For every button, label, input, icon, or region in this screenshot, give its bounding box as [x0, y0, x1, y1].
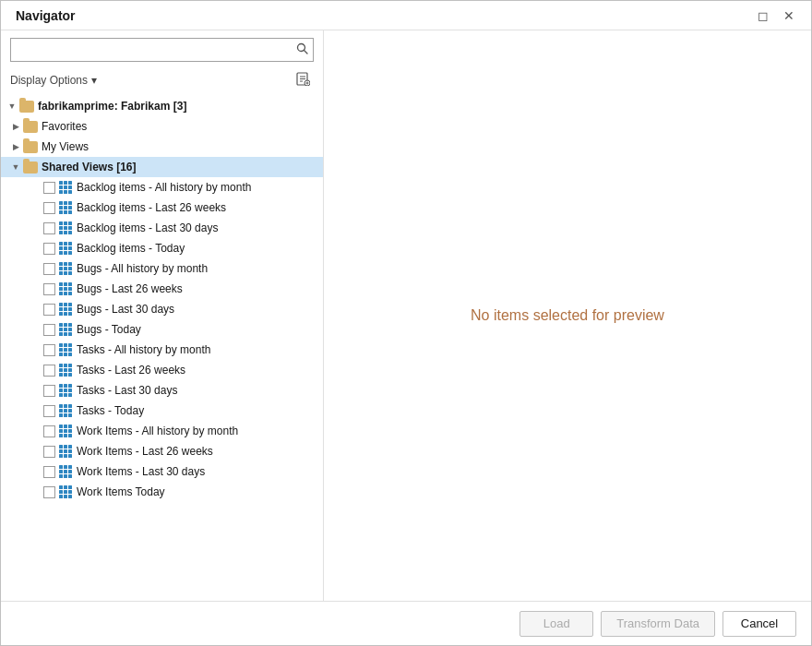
list-item[interactable]: Work Items - Last 26 weeks — [1, 441, 323, 461]
grid-icon — [59, 425, 72, 437]
navigator-window: Navigator ◻ ✕ — [0, 0, 812, 646]
display-options-bar: Display Options ▾ — [1, 66, 323, 94]
item-checkbox[interactable] — [43, 365, 55, 377]
grid-icon — [59, 303, 72, 316]
shared-views-folder-icon — [23, 162, 38, 173]
grid-icon — [59, 181, 72, 194]
transform-data-button[interactable]: Transform Data — [601, 611, 715, 637]
item-checkbox[interactable] — [43, 486, 55, 498]
item-checkbox[interactable] — [43, 304, 55, 316]
item-label: Work Items - Last 30 days — [77, 465, 323, 478]
item-label: Tasks - Today — [77, 404, 323, 417]
grid-icon — [59, 404, 72, 417]
favorites-folder-icon — [23, 121, 38, 133]
tree-root-item[interactable]: ▼ fabrikamprime: Fabrikam [3] — [1, 96, 323, 116]
list-item[interactable]: Bugs - All history by month — [1, 258, 323, 279]
my-views-label: My Views — [42, 140, 323, 153]
new-view-button[interactable] — [292, 69, 314, 90]
list-item[interactable]: Backlog items - Last 26 weeks — [1, 197, 323, 218]
item-label: Backlog items - Last 26 weeks — [77, 201, 323, 214]
cancel-button[interactable]: Cancel — [722, 611, 796, 637]
list-item[interactable]: Bugs - Today — [1, 319, 323, 340]
item-checkbox[interactable] — [43, 385, 55, 397]
item-label: Work Items Today — [77, 485, 323, 498]
grid-icon — [59, 201, 72, 214]
grid-icon — [59, 384, 72, 397]
item-checkbox[interactable] — [43, 263, 55, 275]
item-checkbox[interactable] — [43, 283, 55, 295]
list-item[interactable]: Work Items - All history by month — [1, 421, 323, 441]
grid-icon — [59, 364, 72, 377]
list-item[interactable]: Backlog items - All history by month — [1, 177, 323, 197]
grid-icon — [59, 221, 72, 234]
main-panel: No items selected for preview — [324, 30, 811, 601]
item-label: Tasks - Last 26 weeks — [77, 364, 323, 377]
no-preview-text: No items selected for preview — [471, 307, 664, 324]
search-input[interactable] — [10, 38, 314, 62]
item-checkbox[interactable] — [43, 425, 55, 437]
search-button[interactable] — [293, 41, 312, 59]
item-checkbox[interactable] — [43, 344, 55, 356]
item-checkbox[interactable] — [43, 405, 55, 417]
svg-line-1 — [304, 51, 308, 54]
display-options-label: Display Options — [10, 74, 88, 87]
my-views-item[interactable]: ▶ My Views — [1, 137, 323, 157]
item-label: Bugs - Last 30 days — [77, 303, 323, 316]
sidebar: Display Options ▾ — [1, 30, 324, 601]
list-item[interactable]: Work Items Today — [1, 482, 323, 502]
title-bar: Navigator ◻ ✕ — [1, 1, 811, 30]
shared-views-label: Shared Views [16] — [42, 161, 323, 173]
list-item[interactable]: Bugs - Last 30 days — [1, 299, 323, 319]
item-label: Backlog items - Today — [77, 242, 323, 255]
list-item[interactable]: Tasks - Today — [1, 401, 323, 421]
item-label: Tasks - All history by month — [77, 343, 323, 356]
item-label: Work Items - All history by month — [77, 425, 323, 437]
tree-area[interactable]: ▼ fabrikamprime: Fabrikam [3] ▶ Favorite… — [1, 94, 323, 601]
item-checkbox[interactable] — [43, 324, 55, 336]
minimize-button[interactable]: ◻ — [752, 5, 774, 27]
item-label: Work Items - Last 26 weeks — [77, 445, 323, 458]
list-item[interactable]: Tasks - Last 30 days — [1, 380, 323, 401]
item-label: Backlog items - Last 30 days — [77, 221, 323, 234]
root-folder-icon — [19, 101, 34, 113]
load-button[interactable]: Load — [519, 611, 593, 637]
list-item[interactable]: Backlog items - Last 30 days — [1, 218, 323, 238]
search-box — [10, 38, 314, 62]
list-item[interactable]: Tasks - Last 26 weeks — [1, 360, 323, 380]
item-checkbox[interactable] — [43, 243, 55, 255]
favorites-toggle-icon[interactable]: ▶ — [8, 119, 23, 134]
content-area: Display Options ▾ — [1, 30, 811, 601]
grid-icon — [59, 445, 72, 458]
grid-icon — [59, 485, 72, 498]
item-checkbox[interactable] — [43, 466, 55, 478]
favorites-item[interactable]: ▶ Favorites — [1, 116, 323, 137]
list-item[interactable]: Backlog items - Today — [1, 238, 323, 258]
item-label: Bugs - Today — [77, 323, 323, 336]
display-options-button[interactable]: Display Options ▾ — [10, 74, 97, 87]
footer: Load Transform Data Cancel — [1, 601, 811, 645]
list-item[interactable]: Work Items - Last 30 days — [1, 461, 323, 482]
close-button[interactable]: ✕ — [778, 5, 800, 27]
item-label: Bugs - Last 26 weeks — [77, 282, 323, 295]
grid-icon — [59, 242, 72, 255]
shared-views-children: Backlog items - All history by monthBack… — [1, 177, 323, 502]
root-toggle-icon[interactable]: ▼ — [5, 99, 19, 114]
item-checkbox[interactable] — [43, 446, 55, 458]
shared-views-item[interactable]: ▼ Shared Views [16] — [1, 157, 323, 177]
shared-views-toggle-icon[interactable]: ▼ — [8, 160, 23, 174]
item-label: Tasks - Last 30 days — [77, 384, 323, 397]
item-checkbox[interactable] — [43, 182, 55, 194]
search-area — [1, 30, 323, 66]
list-item[interactable]: Tasks - All history by month — [1, 340, 323, 360]
item-label: Bugs - All history by month — [77, 262, 323, 275]
grid-icon — [59, 262, 72, 275]
root-label: fabrikamprime: Fabrikam [3] — [38, 100, 323, 113]
window-title: Navigator — [16, 8, 76, 23]
item-label: Backlog items - All history by month — [77, 181, 323, 194]
item-checkbox[interactable] — [43, 202, 55, 214]
my-views-toggle-icon[interactable]: ▶ — [8, 139, 23, 154]
grid-icon — [59, 465, 72, 478]
item-checkbox[interactable] — [43, 222, 55, 234]
list-item[interactable]: Bugs - Last 26 weeks — [1, 279, 323, 299]
favorites-label: Favorites — [42, 120, 323, 133]
